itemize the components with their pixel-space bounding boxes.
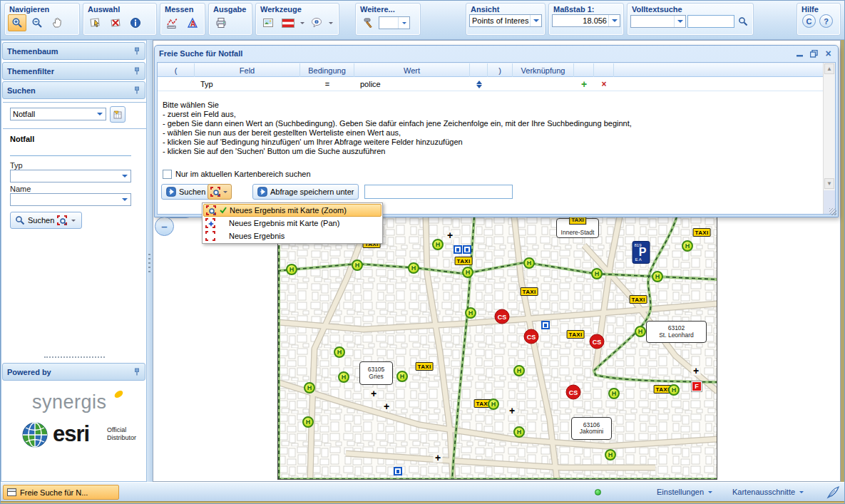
close-icon[interactable]: ×: [823, 48, 834, 59]
map-image[interactable]: [277, 217, 717, 480]
zoom-in-button[interactable]: [8, 14, 26, 31]
check-icon: [218, 206, 227, 215]
scroll-up-icon[interactable]: ▲: [824, 63, 834, 74]
scale-select[interactable]: 18.056: [552, 14, 620, 27]
col-feld[interactable]: Feld: [195, 63, 300, 78]
result-zoom-icon: [210, 187, 220, 197]
col-verknuepfung[interactable]: Verknüpfung: [513, 63, 574, 78]
pin-icon[interactable]: [133, 86, 140, 95]
redline-pen-icon[interactable]: [826, 485, 840, 499]
settings-menu[interactable]: Einstellungen: [657, 488, 714, 496]
name-field-select[interactable]: [10, 193, 131, 206]
add-condition-icon[interactable]: +: [574, 77, 594, 91]
fulltext-search-input[interactable]: [687, 15, 734, 28]
edit-search-template-button[interactable]: [110, 106, 126, 123]
menu-item-result-pan[interactable]: Neues Ergebnis mit Karte (Pan): [203, 217, 381, 230]
query-table-row[interactable]: Typ = police + ×: [158, 77, 823, 91]
pin-icon[interactable]: [133, 47, 140, 56]
clear-selection-button[interactable]: [106, 14, 125, 31]
row-bedingung-value[interactable]: =: [300, 77, 354, 91]
info-icon: [130, 17, 141, 29]
row-wert-value[interactable]: police: [360, 77, 381, 91]
maptip-button[interactable]: [307, 14, 326, 31]
sidebar-panel-powered-by[interactable]: Powered by: [2, 363, 145, 381]
esri-logo: esri: [53, 421, 89, 447]
typ-field-select[interactable]: [10, 170, 131, 182]
restore-icon: [810, 50, 818, 58]
statusbar: Freie Suche für N... Einstellungen Karte…: [1, 482, 845, 501]
result-new-icon: [205, 231, 215, 241]
minimize-button[interactable]: [794, 48, 805, 59]
deselect-icon: [110, 17, 121, 29]
dialog-titlebar[interactable]: Freie Suche für Notfall ×: [155, 46, 838, 61]
identify-button[interactable]: [126, 14, 145, 31]
zoom-out-button[interactable]: [28, 14, 46, 31]
chevron-down-icon: [398, 17, 409, 29]
col-open-paren[interactable]: (: [158, 63, 195, 78]
col-bedingung[interactable]: Bedingung: [300, 63, 354, 78]
overview-flag-button[interactable]: [279, 14, 297, 31]
maptip-balloon-icon: [311, 17, 322, 29]
view-select[interactable]: Points of Interes: [469, 14, 542, 27]
chevron-down-icon: [608, 15, 620, 26]
chevron-down-icon: [708, 491, 712, 493]
sidebar-search-button[interactable]: Suchen: [10, 212, 82, 229]
select-features-button[interactable]: [86, 14, 105, 31]
pin-icon[interactable]: [133, 67, 140, 76]
result-mode-split-button[interactable]: [208, 184, 232, 200]
fulltext-select[interactable]: [630, 15, 686, 28]
measure-line-button[interactable]: [163, 14, 182, 31]
window-icon: [7, 488, 16, 496]
status-indicator-dot: [595, 489, 601, 495]
chevron-down-icon[interactable]: [71, 220, 76, 222]
map-extent-checkbox[interactable]: [163, 170, 172, 179]
help-button[interactable]: ?: [819, 14, 833, 28]
col-wert[interactable]: Wert: [354, 63, 470, 78]
synergis-logo: synergis: [32, 391, 107, 413]
measure-area-button[interactable]: A: [183, 14, 202, 31]
taskbar-item-free-search[interactable]: Freie Suche für N...: [3, 485, 119, 500]
sidebar-panel-themenbaum[interactable]: Themenbaum: [2, 42, 145, 60]
zoom-out-map-button[interactable]: –: [155, 217, 174, 236]
panel-label: Themenfilter: [7, 67, 54, 76]
menu-item-result-zoom[interactable]: Neues Ergebnis mit Karte (Zoom): [203, 204, 381, 217]
save-query-input[interactable]: [364, 185, 513, 199]
search-theme-select[interactable]: Notfall: [10, 108, 106, 120]
chevron-down-icon: [223, 191, 227, 193]
save-query-button-label: Abfrage speichern unter: [270, 187, 354, 196]
settings-menu-label: Einstellungen: [657, 488, 704, 496]
pan-button[interactable]: [48, 14, 66, 31]
copyright-button[interactable]: C: [802, 14, 816, 28]
sidebar-splitter-grip[interactable]: [44, 356, 105, 358]
sidebar-panel-themenfilter[interactable]: Themenfilter: [2, 62, 145, 80]
row-sort-spinner[interactable]: [470, 77, 488, 91]
menu-item-result-new[interactable]: Neues Ergebnis: [203, 230, 381, 242]
sidebar-splitter[interactable]: [147, 40, 153, 482]
dialog-title: Freie Suche für Notfall: [159, 49, 242, 58]
fulltext-search-button[interactable]: [736, 14, 750, 29]
row-feld-value[interactable]: Typ: [200, 77, 213, 91]
dialog-resize-grip[interactable]: [829, 208, 836, 215]
sidebar-panel-suchen[interactable]: Suchen: [2, 81, 145, 99]
print-button[interactable]: [212, 14, 230, 31]
tools-hammer-button[interactable]: [359, 14, 377, 31]
svg-text:A: A: [190, 20, 195, 28]
screenshot-button[interactable]: [259, 14, 277, 31]
col-close-paren[interactable]: ): [488, 63, 513, 78]
flag-dropdown-caret[interactable]: [300, 22, 304, 24]
pin-icon[interactable]: [133, 368, 140, 376]
weitere-select[interactable]: [379, 16, 410, 29]
toolbar-group-werkzeuge: Werkzeuge: [255, 3, 339, 36]
map-extents-menu[interactable]: Kartenausschnitte: [732, 488, 805, 496]
maptip-dropdown-caret[interactable]: [329, 22, 333, 24]
dialog-scrollbar[interactable]: ▲ ▼: [823, 63, 835, 214]
restore-button[interactable]: [809, 48, 819, 59]
measure-area-icon: A: [187, 17, 198, 29]
save-query-button[interactable]: Abfrage speichern unter: [252, 184, 359, 200]
remove-condition-icon[interactable]: ×: [594, 77, 614, 91]
dialog-body: ( Feld Bedingung Wert ) Verknüpfung Typ …: [157, 62, 836, 215]
scroll-down-icon[interactable]: ▼: [824, 178, 834, 189]
esri-globe-icon: [21, 421, 48, 448]
dialog-search-button[interactable]: Suchen: [161, 184, 210, 200]
chevron-down-icon: [118, 170, 130, 182]
